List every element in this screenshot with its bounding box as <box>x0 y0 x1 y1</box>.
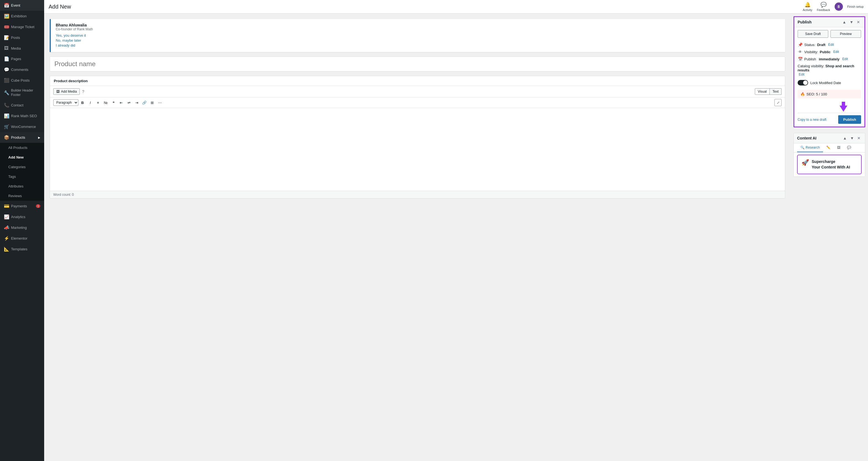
lock-modified-toggle[interactable] <box>798 80 808 86</box>
visibility-label: Visibility: <box>804 50 818 54</box>
more-button[interactable]: ⋯ <box>156 99 163 106</box>
sidebar-item-label: Templates <box>11 247 27 251</box>
content-ai-tab-research[interactable]: 🔍 Research <box>797 143 823 152</box>
sidebar-item-categories[interactable]: Categories <box>0 162 44 172</box>
add-media-icon: 🖼 <box>56 90 60 94</box>
sidebar: 📅 Event 🖼️ Exhibition 🎟️ Manage Ticket 📝… <box>0 0 44 461</box>
publish-timing-edit-link[interactable]: Edit <box>842 57 848 61</box>
sidebar-item-woocommerce[interactable]: 🛒 WooCommerce <box>0 121 44 132</box>
expand-button[interactable]: ⤢ <box>774 99 782 106</box>
sidebar-item-marketing[interactable]: 📣 Marketing <box>0 222 44 233</box>
sidebar-item-posts[interactable]: 📝 Posts <box>0 32 44 43</box>
add-media-label: Add Media <box>61 90 77 94</box>
content-ai-tab-image[interactable]: 🖼 <box>834 143 844 152</box>
status-edit-link[interactable]: Edit <box>828 43 834 46</box>
sidebar-item-pages[interactable]: 📄 Pages <box>0 54 44 64</box>
text-tab[interactable]: Text <box>770 88 782 95</box>
research-icon: 🔍 <box>800 145 805 150</box>
finish-setup-avatar[interactable]: 8 <box>835 2 843 11</box>
preview-button[interactable]: Preview <box>831 30 861 38</box>
sidebar-item-elementor[interactable]: ⚡ Elementor <box>0 233 44 244</box>
sidebar-item-reviews[interactable]: Reviews <box>0 191 44 201</box>
reviews-label: Reviews <box>8 194 22 198</box>
sidebar-item-media[interactable]: 🖼 Media <box>0 43 44 54</box>
visual-tab[interactable]: Visual <box>755 88 770 95</box>
sidebar-item-payments[interactable]: 💳 Payments 1 <box>0 201 44 211</box>
toggle-knob <box>803 80 808 85</box>
image-icon: 🖼 <box>837 145 840 150</box>
visibility-edit-link[interactable]: Edit <box>833 50 839 54</box>
content-ai-close[interactable]: ✕ <box>856 135 862 141</box>
seo-icon: 🔥 <box>800 92 805 96</box>
sidebar-item-analytics[interactable]: 📈 Analytics <box>0 211 44 222</box>
publish-button[interactable]: Publish <box>838 115 861 124</box>
manage-ticket-icon: 🎟️ <box>4 24 9 30</box>
notif-link-yes[interactable]: Yes, you deserve it <box>56 33 780 37</box>
content-ai-tab-chat[interactable]: 💬 <box>844 143 855 152</box>
sidebar-item-comments[interactable]: 💬 Comments <box>0 64 44 75</box>
all-products-label: All Products <box>8 145 27 150</box>
catalog-label: Catalog visibility: <box>798 64 825 68</box>
sidebar-item-products[interactable]: 📦 Products ▸ <box>0 132 44 143</box>
align-center-button[interactable]: ⇌ <box>125 99 132 106</box>
sidebar-item-contact[interactable]: 📞 Contact <box>0 100 44 110</box>
sidebar-item-label: Products <box>11 135 25 139</box>
sidebar-item-manage-ticket[interactable]: 🎟️ Manage Ticket <box>0 22 44 32</box>
svg-marker-0 <box>840 102 847 112</box>
blockquote-button[interactable]: ❝ <box>110 99 117 106</box>
sidebar-item-label: Builder Header Footer <box>11 89 40 97</box>
notif-link-already[interactable]: I already did <box>56 43 780 47</box>
sidebar-item-event[interactable]: 📅 Event <box>0 0 44 11</box>
templates-icon: 📐 <box>4 246 9 252</box>
activity-button[interactable]: 🔔 Activity <box>803 2 812 11</box>
publish-box-close[interactable]: ✕ <box>856 19 861 25</box>
right-sidebar: Publish ▲ ▼ ✕ Save Draft Preview 📌 Statu… <box>791 13 868 461</box>
visibility-value: Public <box>820 50 831 54</box>
editor-body[interactable] <box>50 108 785 191</box>
view-tabs: Visual Text <box>755 88 782 95</box>
unordered-list-button[interactable]: ≡ <box>94 99 101 106</box>
link-button[interactable]: 🔗 <box>141 99 148 106</box>
sidebar-item-label: Cube Posts <box>11 78 30 83</box>
add-media-button[interactable]: 🖼 Add Media <box>53 88 80 95</box>
content-ai-tab-write[interactable]: ✏️ <box>823 143 834 152</box>
align-right-button[interactable]: ⇥ <box>133 99 140 106</box>
notif-title: Co-founder of Rank Math <box>56 27 780 31</box>
analytics-icon: 📈 <box>4 214 9 220</box>
sidebar-item-label: Payments <box>11 204 27 208</box>
table-button[interactable]: ⊞ <box>149 99 156 106</box>
bold-button[interactable]: B <box>79 99 86 106</box>
help-icon[interactable]: ? <box>82 89 84 94</box>
page-title: Add New <box>49 4 71 10</box>
content-ai-collapse-down[interactable]: ▼ <box>849 135 855 141</box>
align-left-button[interactable]: ⇤ <box>118 99 125 106</box>
paragraph-select[interactable]: Paragraph <box>53 99 79 106</box>
publish-box-collapse-down[interactable]: ▼ <box>848 19 855 25</box>
sidebar-item-exhibition[interactable]: 🖼️ Exhibition <box>0 11 44 22</box>
sidebar-item-rank-math-seo[interactable]: 📊 Rank Math SEO <box>0 110 44 121</box>
sidebar-item-builder-header-footer[interactable]: 🔧 Builder Header Footer <box>0 86 44 100</box>
publish-box-collapse-up[interactable]: ▲ <box>841 19 847 25</box>
notif-link-no[interactable]: No, maybe later <box>56 38 780 42</box>
seo-row: 🔥 SEO: 5 / 100 <box>798 90 861 98</box>
sidebar-item-tags[interactable]: Tags <box>0 172 44 182</box>
italic-button[interactable]: I <box>87 99 94 106</box>
content-ai-controls: ▲ ▼ ✕ <box>842 135 862 141</box>
catalog-edit-link[interactable]: Edit <box>799 72 805 76</box>
event-icon: 📅 <box>4 3 9 8</box>
word-count: Word count: 0 <box>50 191 785 198</box>
sidebar-item-templates[interactable]: 📐 Templates <box>0 244 44 255</box>
visibility-row: 👁 Visibility: Public Edit <box>798 48 861 56</box>
publish-box: Publish ▲ ▼ ✕ Save Draft Preview 📌 Statu… <box>794 16 865 127</box>
save-draft-button[interactable]: Save Draft <box>798 30 828 38</box>
sidebar-item-all-products[interactable]: All Products <box>0 143 44 153</box>
content-ai-collapse-up[interactable]: ▲ <box>842 135 848 141</box>
sidebar-item-cube-posts[interactable]: ⬛ Cube Posts <box>0 75 44 86</box>
ordered-list-button[interactable]: № <box>102 99 109 106</box>
sidebar-item-add-new[interactable]: Add New <box>0 153 44 162</box>
feedback-button[interactable]: 💬 Feedback <box>817 2 830 11</box>
product-name-input[interactable] <box>50 57 785 71</box>
sidebar-item-attributes[interactable]: Attributes <box>0 182 44 191</box>
sidebar-item-label: Analytics <box>11 215 25 219</box>
copy-to-draft-link[interactable]: Copy to a new draft <box>798 118 826 122</box>
